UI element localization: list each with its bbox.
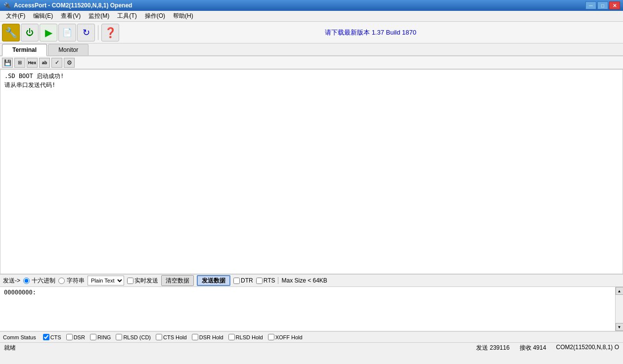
menu-edit[interactable]: 编辑(E) xyxy=(29,11,57,21)
dsr-hold-label: DSR Hold xyxy=(199,334,223,340)
ab-label: ab xyxy=(42,60,47,65)
format-dropdown[interactable]: Plain Text Hex xyxy=(88,276,124,285)
power-button[interactable]: ⏻ xyxy=(21,24,39,41)
terminal-line-2: 请从串口发送代码! xyxy=(4,81,619,89)
document-button[interactable]: 📄 xyxy=(58,24,76,41)
xoff-hold-status: XOFF Hold xyxy=(268,334,303,340)
check-btn[interactable]: ✓ xyxy=(51,58,62,68)
rlsd-hold-label: RLSD Hold xyxy=(236,334,263,340)
menu-help[interactable]: 帮助(H) xyxy=(169,11,197,21)
ring-status-label: RING xyxy=(97,334,111,340)
xoff-hold-cb[interactable] xyxy=(268,334,274,340)
refresh-icon: ↻ xyxy=(83,27,90,38)
cts-hold-status: CTS Hold xyxy=(156,334,187,340)
menu-operate[interactable]: 操作(O) xyxy=(141,11,169,21)
clear-button[interactable]: 清空数据 xyxy=(161,275,194,286)
menu-view[interactable]: 查看(V) xyxy=(57,11,85,21)
rlsd-status-label: RLSD (CD) xyxy=(123,334,151,340)
rlsd-hold-cb[interactable] xyxy=(228,334,235,340)
char-radio-group: 字符串 xyxy=(58,277,85,285)
send-button[interactable]: 发送数据 xyxy=(197,275,230,286)
hex-label: Hex xyxy=(28,60,37,65)
refresh-button[interactable]: ↻ xyxy=(77,24,95,41)
connect-icon: ▶ xyxy=(45,27,52,39)
rx-info: 接收 4914 xyxy=(520,344,546,352)
send-input[interactable]: 00000000: xyxy=(0,287,623,331)
document-icon: 📄 xyxy=(62,28,72,37)
tx-info: 发送 239116 xyxy=(476,344,509,352)
ring-status-cb[interactable] xyxy=(90,334,96,340)
input-area: 00000000: ▲ ▼ xyxy=(0,287,623,331)
connect-button[interactable]: ▶ xyxy=(40,24,57,41)
tab-monitor[interactable]: Monitor xyxy=(48,44,89,55)
grid-icon: ⊞ xyxy=(18,60,22,65)
window-controls: ─ □ ✕ xyxy=(585,1,620,9)
rts-checkbox[interactable] xyxy=(256,278,263,284)
realtime-label[interactable]: 实时发送 xyxy=(134,277,158,285)
menu-tools[interactable]: 工具(T) xyxy=(113,11,140,21)
rts-group: RTS xyxy=(256,277,275,284)
ring-status: RING xyxy=(90,334,111,340)
rlsd-hold-status: RLSD Hold xyxy=(228,334,263,340)
minimize-button[interactable]: ─ xyxy=(585,1,596,9)
menu-file[interactable]: 文件(F) xyxy=(2,11,29,21)
menu-bar: 文件(F) 编辑(E) 查看(V) 监控(M) 工具(T) 操作(O) 帮助(H… xyxy=(0,11,623,22)
terminal-area: .SD BOOT 启动成功! 请从串口发送代码! xyxy=(0,69,623,274)
hex-radio[interactable] xyxy=(23,278,30,284)
hex-radio-group: 十六进制 xyxy=(23,277,55,285)
sub-toolbar: 💾 ⊞ Hex ab ✓ ⚙ xyxy=(0,56,623,69)
ab-btn[interactable]: ab xyxy=(39,58,50,68)
terminal-line-1: .SD BOOT 启动成功! xyxy=(4,72,619,81)
cts-hold-label: CTS Hold xyxy=(163,334,187,340)
close-button[interactable]: ✕ xyxy=(609,1,620,9)
separator xyxy=(278,277,278,284)
port-info: COM2(115200,N,8,1) O xyxy=(556,344,619,352)
tabs-bar: Terminal Monitor xyxy=(0,43,623,56)
check-icon: ✓ xyxy=(55,59,59,66)
rlsd-status-cb[interactable] xyxy=(116,334,122,340)
dtr-checkbox[interactable] xyxy=(233,278,240,284)
scroll-up[interactable]: ▲ xyxy=(616,287,623,295)
tab-terminal[interactable]: Terminal xyxy=(2,44,47,56)
dsr-status-cb[interactable] xyxy=(66,334,73,340)
dtr-label[interactable]: DTR xyxy=(241,277,253,284)
scrollbar[interactable]: ▲ ▼ xyxy=(615,287,623,331)
gear-btn[interactable]: ⚙ xyxy=(64,58,75,68)
cts-status: CTS xyxy=(43,334,61,340)
hex-btn[interactable]: Hex xyxy=(27,58,38,68)
xoff-hold-label: XOFF Hold xyxy=(275,334,303,340)
char-radio-label[interactable]: 字符串 xyxy=(67,277,85,285)
grid-btn[interactable]: ⊞ xyxy=(14,58,25,68)
send-label: 发送-> xyxy=(3,277,20,285)
cts-status-cb[interactable] xyxy=(43,334,49,340)
gear-icon: ⚙ xyxy=(67,59,72,66)
maximize-button[interactable]: □ xyxy=(597,1,608,9)
title-bar: 🔌 AccessPort - COM2(115200,N,8,1) Opened… xyxy=(0,0,623,11)
cts-status-label: CTS xyxy=(50,334,61,340)
logo-button[interactable]: 🔧 xyxy=(2,24,20,41)
hex-radio-label[interactable]: 十六进制 xyxy=(32,277,55,285)
title-text: AccessPort - COM2(115200,N,8,1) Opened xyxy=(14,2,585,9)
bottom-right: 发送 239116 接收 4914 COM2(115200,N,8,1) O xyxy=(476,344,619,352)
char-radio[interactable] xyxy=(58,278,65,284)
menu-monitor[interactable]: 监控(M) xyxy=(85,11,113,21)
help-button[interactable]: ❓ xyxy=(101,24,119,41)
dsr-hold-cb[interactable] xyxy=(192,334,198,340)
dsr-hold-status: DSR Hold xyxy=(192,334,223,340)
send-bar: 发送-> 十六进制 字符串 Plain Text Hex 实时发送 清空数据 发… xyxy=(0,274,623,287)
power-icon: ⏻ xyxy=(26,28,34,37)
cts-hold-cb[interactable] xyxy=(156,334,162,340)
update-notice: 请下载最新版本 1.37 Build 1870 xyxy=(120,28,621,37)
save-icon: 💾 xyxy=(4,59,11,66)
dsr-status-label: DSR xyxy=(74,334,85,340)
rts-label[interactable]: RTS xyxy=(264,277,275,284)
toolbar: 🔧 ⏻ ▶ 📄 ↻ ❓ 请下载最新版本 1.37 Build 1870 xyxy=(0,22,623,43)
realtime-group: 实时发送 xyxy=(127,277,158,285)
dsr-status: DSR xyxy=(66,334,85,340)
rlsd-status: RLSD (CD) xyxy=(116,334,151,340)
save-btn[interactable]: 💾 xyxy=(2,58,13,68)
scroll-down[interactable]: ▼ xyxy=(616,323,623,331)
max-size-label: Max Size < 64KB xyxy=(281,277,327,284)
bottom-bar: 就绪 发送 239116 接收 4914 COM2(115200,N,8,1) … xyxy=(0,342,623,353)
realtime-checkbox[interactable] xyxy=(127,278,134,284)
